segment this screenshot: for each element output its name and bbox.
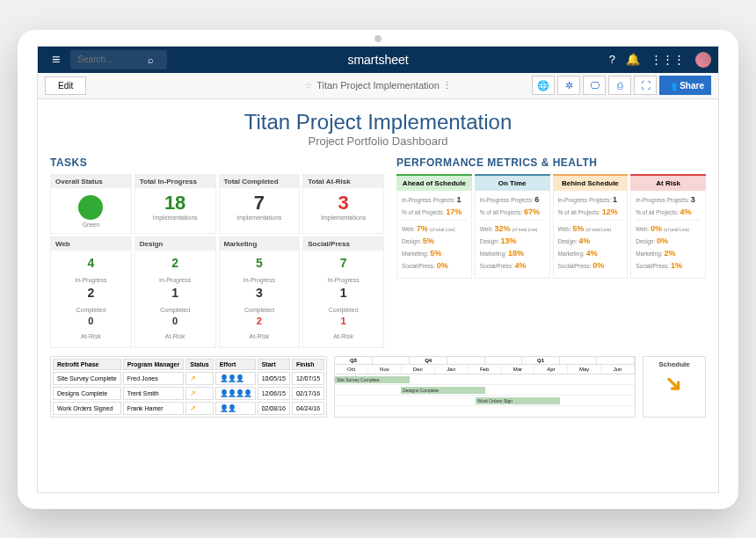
health-card: Ahead of Schedule In-Progress Projects: … (396, 174, 472, 279)
health-card: At Risk In-Progress Projects: 3 % of all… (630, 174, 706, 279)
summary-card: Overall StatusGreen (50, 174, 132, 234)
print-icon[interactable]: ⎙ (608, 76, 631, 95)
schedule-label: Schedule (647, 360, 701, 368)
brand-logo: smartsheet (347, 53, 408, 67)
trend-arrow-icon: ➜ (658, 367, 690, 399)
gantt-row[interactable]: Site Survey CompleteFred Jones↗👤👤👤10/05/… (53, 372, 324, 385)
top-bar: ≡ ⌕ smartsheet ? 🔔 ⋮⋮⋮ (38, 47, 718, 73)
toolbar: Edit ☆Titan Project Implementation ⋮ 🌐 ✲… (38, 73, 718, 99)
edit-button[interactable]: Edit (45, 76, 86, 95)
apps-icon[interactable]: ⋮⋮⋮ (651, 53, 685, 66)
share-button[interactable]: 👥 Share (659, 76, 711, 95)
health-card: On Time In-Progress Projects: 6 % of all… (475, 174, 550, 279)
avatar[interactable] (695, 52, 711, 68)
publish-icon[interactable]: ✲ (557, 76, 580, 95)
search-input[interactable] (77, 55, 148, 64)
page-title: Titan Project Implementation (50, 110, 706, 134)
category-card: Web 4In-Progress 2Completed 0At-Risk (50, 236, 132, 348)
gantt-row[interactable]: Work Orders SignedFrank Hamer↗👤👤02/08/16… (53, 402, 324, 415)
category-card: Design 2In-Progress 1Completed 0At-Risk (134, 236, 216, 348)
display-icon[interactable]: 🖵 (583, 76, 606, 95)
menu-icon[interactable]: ≡ (45, 52, 67, 68)
help-icon[interactable]: ? (609, 53, 615, 66)
notification-icon[interactable]: 🔔 (626, 53, 640, 66)
gantt-table: Retrofit PhaseProgram ManagerStatusEffor… (50, 356, 327, 418)
search-icon[interactable]: ⌕ (148, 55, 154, 65)
summary-card: Total At-Risk3Implementations (302, 174, 384, 234)
schedule-widget: Schedule ➜ (643, 356, 706, 418)
sheet-title: ☆Titan Project Implementation ⋮ (304, 80, 452, 91)
search-box[interactable]: ⌕ (70, 50, 167, 69)
tasks-section-title: TASKS (50, 156, 384, 169)
page-subtitle: Project Portfolio Dashboard (50, 134, 706, 148)
category-card: Social/Press 7In-Progress 1Completed 1At… (302, 236, 384, 348)
health-card: Behind Schedule In-Progress Projects: 1 … (553, 174, 629, 279)
health-section-title: PERFORMANCE METRICS & HEALTH (396, 156, 706, 169)
star-icon[interactable]: ☆ (304, 80, 313, 91)
summary-card: Total In-Progress18Implementations (134, 174, 216, 234)
globe-icon[interactable]: 🌐 (532, 76, 555, 95)
category-card: Marketing 5In-Progress 3Completed 2At-Ri… (219, 236, 301, 348)
summary-card: Total Completed7Implementations (219, 174, 301, 234)
gantt-chart: Q3Q4Q1 OctNovDecJanFebMarAprMayJun Site … (334, 356, 636, 418)
fullscreen-icon[interactable]: ⛶ (634, 76, 657, 95)
gantt-row[interactable]: Designs CompleteTrent Smith↗👤👤👤👤12/06/15… (53, 387, 324, 400)
